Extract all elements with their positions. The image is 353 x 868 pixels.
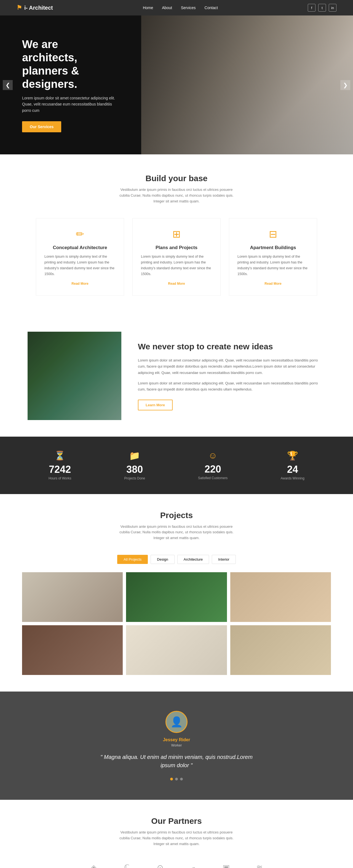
testimonial-section: 👤 Jessey Rider Worker " Magna aliqua. Ut… [0, 691, 353, 800]
ideas-content: We never stop to create new ideas Lorem … [138, 341, 325, 410]
stats-section: ⏳ 7242 Hours of Works 📁 380 Projects Don… [0, 437, 353, 494]
partners-subtitle: Vestibulum ante ipsum primis in faucibus… [118, 830, 235, 847]
testimonial-role: Worker [22, 743, 331, 747]
stat-projects: 📁 380 Projects Done [125, 451, 145, 480]
hero-section: ❮ We are architects, planners & designer… [0, 16, 353, 154]
projects-subtitle: Vestibulum ante ipsum primis in faucibus… [118, 524, 235, 541]
hero-description: Lorem ipsum dolor sit amet consectetur a… [22, 95, 116, 114]
project-item-2[interactable] [126, 572, 227, 622]
build-title: Build your base [28, 174, 325, 183]
cards-row: ✏ Conceptual Architecture Lorem Ipsum is… [28, 218, 325, 296]
project-item-3[interactable] [230, 572, 331, 622]
card-conceptual: ✏ Conceptual Architecture Lorem Ipsum is… [36, 218, 124, 296]
partners-title: Our Partners [22, 816, 331, 826]
stat-customers: ☺ 220 Satisfied Customers [198, 451, 227, 480]
stat-hours: ⏳ 7242 Hours of Works [48, 451, 71, 480]
filter-architecture[interactable]: Architecture [177, 555, 209, 564]
nav-services[interactable]: Services [181, 5, 196, 10]
card-plans-link[interactable]: Read More [141, 282, 212, 285]
avatar-emoji: 👤 [170, 716, 183, 728]
projects-title: Projects [22, 510, 331, 520]
stat-customers-icon: ☺ [198, 451, 227, 461]
nav-social: f t in [308, 4, 337, 11]
filter-tabs: All Projects Design Architecture Interio… [22, 555, 331, 564]
stat-projects-number: 380 [125, 464, 145, 475]
testimonial-dots [22, 778, 331, 780]
stat-customers-number: 220 [198, 463, 227, 475]
testimonial-dot-2[interactable] [175, 778, 178, 780]
card-apartment: ⊟ Apartment Buildings Lorem Ipsum is sim… [229, 218, 317, 296]
partners-section: Our Partners Vestibulum ante ipsum primi… [0, 800, 353, 868]
testimonial-avatar: 👤 [166, 711, 187, 733]
card-plans-icon: ⊞ [141, 228, 212, 240]
ideas-image [28, 332, 121, 420]
social-twitter-icon[interactable]: t [318, 4, 326, 11]
card-plans-title: Plans and Projects [141, 245, 212, 250]
projects-grid [22, 572, 331, 675]
project-item-5[interactable] [126, 625, 227, 675]
testimonial-name: Jessey Rider [22, 737, 331, 742]
stat-customers-label: Satisfied Customers [198, 476, 227, 480]
ideas-para1: Lorem ipsum dolor sit amet consectetur a… [138, 358, 325, 376]
project-item-6[interactable] [230, 625, 331, 675]
hero-prev-button[interactable]: ❮ [3, 80, 13, 90]
partners-logos: ◈ ℂ ⊙ ☁ ▣ ≋ [22, 861, 331, 868]
build-subtitle: Vestibulum ante ipsum primis in faucibus… [118, 187, 235, 204]
site-logo: ⚑ i- Architect [16, 4, 53, 11]
stat-projects-icon: 📁 [125, 451, 145, 461]
ideas-cta-button[interactable]: Learn More [138, 400, 173, 410]
filter-all[interactable]: All Projects [117, 555, 148, 564]
social-instagram-icon[interactable]: in [329, 4, 337, 11]
stat-hours-number: 7242 [48, 464, 71, 475]
ideas-title: We never stop to create new ideas [138, 341, 325, 352]
ideas-image-overlay [28, 332, 121, 420]
stat-awards-icon: 🏆 [280, 451, 304, 461]
ideas-section: We never stop to create new ideas Lorem … [0, 315, 353, 437]
hero-content: We are architects, planners & designers.… [0, 16, 138, 154]
card-conceptual-desc: Lorem Ipsum is simply dummy text of the … [44, 254, 115, 277]
stat-projects-label: Projects Done [125, 476, 145, 480]
card-plans: ⊞ Plans and Projects Lorem Ipsum is simp… [132, 218, 221, 296]
nav-home[interactable]: Home [143, 5, 153, 10]
partner-logo-4: ☁ [183, 861, 203, 868]
partner-logo-5: ▣ [216, 861, 236, 868]
social-facebook-icon[interactable]: f [308, 4, 316, 11]
project-item-4[interactable] [22, 625, 123, 675]
testimonial-dot-1[interactable] [170, 778, 173, 780]
partner-logo-3: ⊙ [150, 861, 170, 868]
card-conceptual-link[interactable]: Read More [44, 282, 115, 285]
testimonial-dot-3[interactable] [180, 778, 183, 780]
partner-logo-2: ℂ [117, 861, 137, 868]
hero-next-button[interactable]: ❯ [340, 80, 350, 90]
card-plans-desc: Lorem Ipsum is simply dummy text of the … [141, 254, 212, 277]
projects-section: Projects Vestibulum ante ipsum primis in… [0, 494, 353, 691]
nav-contact[interactable]: Contact [205, 5, 218, 10]
stat-hours-label: Hours of Works [48, 476, 71, 480]
card-apartment-icon: ⊟ [238, 228, 309, 240]
hero-cta-button[interactable]: Our Services [22, 121, 61, 132]
navbar: ⚑ i- Architect Home About Services Conta… [0, 0, 353, 16]
stat-awards-number: 24 [280, 464, 304, 475]
hero-title: We are architects, planners & designers. [22, 37, 116, 91]
project-item-1[interactable] [22, 572, 123, 622]
card-conceptual-title: Conceptual Architecture [44, 245, 115, 250]
card-apartment-desc: Lorem Ipsum is simply dummy text of the … [238, 254, 309, 277]
card-conceptual-icon: ✏ [44, 228, 115, 240]
nav-about[interactable]: About [162, 5, 172, 10]
stat-awards-label: Awards Winning [280, 476, 304, 480]
stat-hours-icon: ⏳ [48, 451, 71, 461]
ideas-para2: Lorem ipsum dolor sit amet consectetur a… [138, 380, 325, 393]
card-apartment-title: Apartment Buildings [238, 245, 309, 250]
card-apartment-link[interactable]: Read More [238, 282, 309, 285]
testimonial-quote: " Magna aliqua. Ut enim ad minim veniam,… [99, 753, 254, 769]
filter-interior[interactable]: Interior [212, 555, 236, 564]
partner-logo-6: ≋ [250, 861, 269, 868]
stat-awards: 🏆 24 Awards Winning [280, 451, 304, 480]
partner-logo-1: ◈ [84, 861, 103, 868]
logo-icon: ⚑ [16, 4, 22, 11]
nav-links: Home About Services Contact [143, 5, 218, 10]
filter-design[interactable]: Design [150, 555, 174, 564]
build-section: Build your base Vestibulum ante ipsum pr… [0, 154, 353, 315]
logo-text: i- Architect [24, 5, 53, 11]
